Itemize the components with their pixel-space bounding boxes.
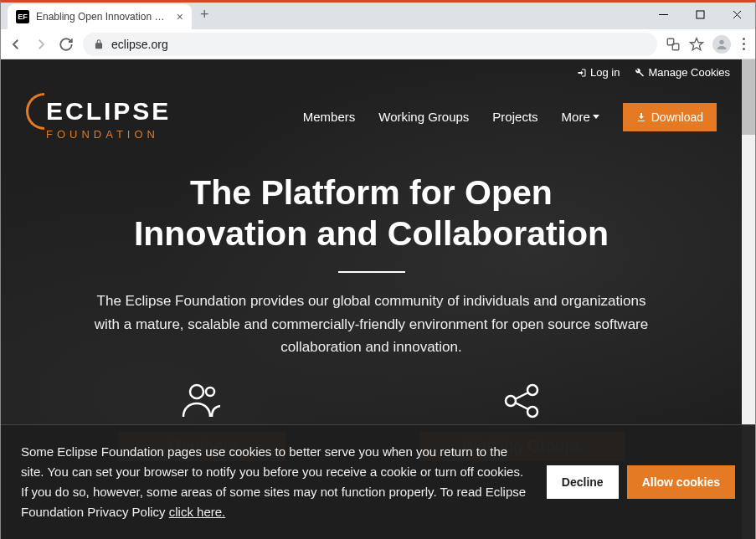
nav-more[interactable]: More [562, 110, 599, 124]
profile-avatar[interactable] [712, 35, 731, 54]
members-icon [178, 382, 225, 420]
svg-line-13 [515, 393, 528, 399]
download-icon [636, 112, 646, 122]
address-bar[interactable]: eclipse.org [83, 33, 657, 56]
download-button[interactable]: Download [623, 103, 717, 131]
svg-point-12 [527, 407, 537, 417]
svg-line-14 [515, 403, 528, 409]
download-label: Download [651, 110, 703, 124]
wrench-icon [635, 68, 645, 78]
scrollbar-thumb[interactable] [742, 59, 755, 135]
login-label: Log in [590, 66, 620, 79]
forward-button[interactable] [33, 36, 49, 53]
working-groups-icon [502, 382, 541, 420]
tab-close-icon[interactable]: × [177, 10, 183, 23]
hero-title: The Platform for Open Innovation and Col… [51, 172, 692, 254]
nav-projects[interactable]: Projects [492, 110, 537, 124]
chevron-down-icon [593, 115, 599, 119]
lock-icon [93, 38, 105, 50]
window-close-button[interactable] [718, 3, 755, 26]
reload-button[interactable] [58, 36, 75, 53]
hero-divider [338, 271, 405, 273]
logo-subtext: FOUNDATION [46, 128, 171, 141]
manage-cookies-link[interactable]: Manage Cookies [635, 66, 730, 79]
manage-cookies-label: Manage Cookies [648, 66, 730, 79]
login-link[interactable]: Log in [577, 66, 620, 79]
translate-icon[interactable] [666, 37, 681, 52]
main-nav: Members Working Groups Projects More Dow… [303, 103, 717, 131]
cookie-banner: Some Eclipse Foundation pages use cookie… [1, 424, 755, 539]
back-button[interactable] [8, 36, 24, 53]
tab-favicon: EF [16, 10, 29, 23]
cookie-text: Some Eclipse Foundation pages use cookie… [21, 442, 527, 522]
cookie-policy-link[interactable]: click here. [169, 505, 226, 519]
logo-arc-icon [26, 93, 44, 130]
url-text: eclipse.org [111, 38, 168, 51]
login-icon [577, 68, 587, 78]
hero-description: The Eclipse Foundation provides our glob… [87, 290, 656, 358]
svg-point-9 [206, 388, 214, 396]
tab-title: Enabling Open Innovation & C [36, 11, 170, 23]
svg-marker-6 [691, 38, 703, 49]
svg-point-8 [190, 385, 203, 398]
browser-toolbar: eclipse.org [1, 29, 755, 59]
window-maximize-button[interactable] [681, 3, 718, 26]
nav-members[interactable]: Members [303, 110, 356, 124]
decline-cookies-button[interactable]: Decline [547, 465, 619, 499]
nav-working-groups[interactable]: Working Groups [378, 110, 469, 124]
bookmark-star-icon[interactable] [689, 37, 704, 52]
svg-point-11 [527, 385, 537, 395]
eclipse-logo[interactable]: ECLIPSE FOUNDATION [26, 93, 171, 141]
nav-more-label: More [562, 110, 590, 124]
svg-point-10 [506, 396, 516, 406]
browser-tab[interactable]: EF Enabling Open Innovation & C × [8, 4, 192, 29]
allow-cookies-button[interactable]: Allow cookies [627, 465, 735, 499]
svg-point-7 [719, 39, 723, 44]
window-minimize-button[interactable] [645, 3, 681, 26]
browser-menu-button[interactable] [739, 38, 748, 50]
browser-titlebar: EF Enabling Open Innovation & C × + [1, 3, 755, 29]
logo-text: ECLIPSE [46, 97, 171, 126]
new-tab-button[interactable]: + [200, 6, 209, 23]
svg-rect-1 [697, 11, 704, 18]
